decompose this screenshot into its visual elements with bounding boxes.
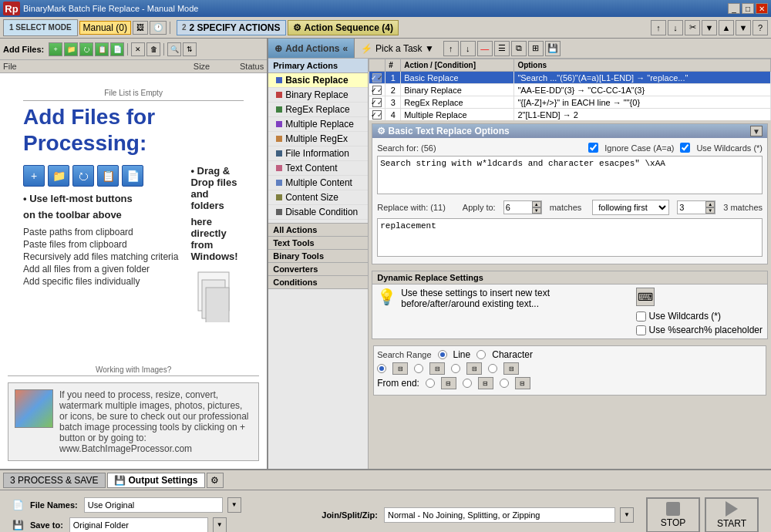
range-radio-1[interactable] <box>377 364 386 373</box>
matches-down-button[interactable]: ▼ <box>705 207 715 214</box>
dyn-wildcards-checkbox[interactable] <box>636 311 646 322</box>
seq-down-button[interactable]: ↓ <box>460 41 476 56</box>
from-end-radio-1[interactable] <box>426 379 435 388</box>
matches-spinbox-buttons[interactable]: ▲ ▼ <box>705 201 715 214</box>
quick-recursive-button[interactable]: ⭮ <box>72 165 94 187</box>
join-split-dropdown[interactable]: ▼ <box>620 507 634 523</box>
minimize-button[interactable]: _ <box>728 3 740 14</box>
close-button[interactable]: ✕ <box>756 3 768 14</box>
use-wildcards-checkbox[interactable] <box>680 143 690 153</box>
save-to-dropdown[interactable]: ▼ <box>213 517 227 533</box>
add-file-button[interactable]: + <box>49 42 62 56</box>
action-sequence-tab[interactable]: ⚙ Action Sequence (4) <box>288 20 399 35</box>
sidebar-item-text-content[interactable]: Text Content <box>268 161 368 176</box>
save-to-input[interactable] <box>69 517 208 533</box>
manual-mode-button[interactable]: Manual (0) <box>79 21 131 35</box>
converters-group[interactable]: Converters <box>268 263 368 276</box>
apply-spinbox[interactable]: ▲ ▼ <box>503 200 542 214</box>
settings-button[interactable]: ⚙ <box>207 473 224 488</box>
keyboard-icon-btn[interactable]: ⌨ <box>636 288 763 306</box>
sidebar-item-file-info[interactable]: File Information <box>268 146 368 161</box>
icon-mode-button[interactable]: 🖼 <box>133 21 148 35</box>
sidebar-item-basic-replace[interactable]: Basic Replace <box>268 73 368 88</box>
paste-path-button[interactable]: 📄 <box>110 42 124 56</box>
file-names-dropdown[interactable]: ▼ <box>227 497 241 513</box>
pick-task-area[interactable]: ⚡ Pick a Task ▼ <box>355 39 440 58</box>
add-folder-button[interactable]: 📁 <box>64 42 78 56</box>
move-up-button[interactable]: ▲ <box>719 20 734 35</box>
checkbox-4[interactable]: ✓ <box>372 110 382 120</box>
specify-actions-tab[interactable]: 2 2 SPECIFY ACTIONS <box>177 20 286 35</box>
nav-up-button[interactable]: ↑ <box>651 20 666 35</box>
more-button[interactable]: ▼ <box>702 20 717 35</box>
checkbox-2[interactable]: ✓ <box>372 86 382 95</box>
dyn-search-checkbox[interactable] <box>636 325 646 335</box>
sort-button[interactable]: ⇅ <box>183 42 197 56</box>
row-check-3[interactable]: ✓ <box>369 96 386 109</box>
process-save-tab[interactable]: 3 PROCESS & SAVE <box>3 473 106 488</box>
cut-button[interactable]: ✂ <box>685 20 700 35</box>
row-check-2[interactable]: ✓ <box>369 84 386 96</box>
maximize-button[interactable]: □ <box>742 3 754 14</box>
quick-add-file-button[interactable]: + <box>23 165 45 187</box>
checkbox-3[interactable]: ✓ <box>372 98 382 107</box>
spinbox-up-button[interactable]: ▲ <box>532 201 541 207</box>
add-actions-tab[interactable]: ⊕ Add Actions « <box>268 39 355 58</box>
apply-spinbox-input[interactable] <box>504 202 532 213</box>
sidebar-item-multiple-regex[interactable]: Multiple RegEx <box>268 132 368 146</box>
quick-paste-button[interactable]: 📋 <box>97 165 119 187</box>
sidebar-item-multiple-replace[interactable]: Multiple Replace <box>268 117 368 132</box>
binary-tools-group[interactable]: Binary Tools <box>268 250 368 263</box>
table-row[interactable]: ✓ 3 RegEx Replace "{[A-Z]+/>}" in EACH l… <box>369 96 771 109</box>
character-radio[interactable] <box>476 350 486 359</box>
row-check-4[interactable]: ✓ <box>369 109 386 121</box>
from-end-radio-2[interactable] <box>463 379 472 388</box>
table-row[interactable]: ✓ 1 Basic Replace "Search ..."(56)"(A=a)… <box>369 72 771 84</box>
seq-list-button[interactable]: ☰ <box>494 41 510 56</box>
text-tools-group[interactable]: Text Tools <box>268 237 368 250</box>
seq-expand-button[interactable]: ⊞ <box>528 41 544 56</box>
range-radio-3[interactable] <box>451 364 460 373</box>
spinbox-down-button[interactable]: ▼ <box>532 207 541 214</box>
filter-button[interactable]: 🔍 <box>167 42 181 56</box>
add-recursive-button[interactable]: ⭮ <box>79 42 93 56</box>
line-radio[interactable] <box>438 350 447 359</box>
search-textarea[interactable]: Search string with w*ldcards and charact… <box>377 156 763 194</box>
clock-button[interactable]: 🕐 <box>150 21 167 35</box>
sidebar-item-regex-replace[interactable]: RegEx Replace <box>268 103 368 117</box>
seq-save-button[interactable]: 💾 <box>545 41 561 56</box>
table-row[interactable]: ✓ 4 Multiple Replace 2"[L1-END] → 2 <box>369 109 771 121</box>
range-radio-4[interactable] <box>488 364 497 373</box>
following-first-select[interactable]: following first <box>592 200 669 215</box>
clear-button[interactable]: 🗑 <box>146 42 160 56</box>
stop-button[interactable]: STOP <box>646 497 700 533</box>
file-names-input[interactable] <box>84 497 223 513</box>
seq-copy-button[interactable]: ⧉ <box>511 41 527 56</box>
from-end-radio-3[interactable] <box>500 379 509 388</box>
paste-button[interactable]: 📋 <box>95 42 109 56</box>
nav-down-button[interactable]: ↓ <box>668 20 683 35</box>
sidebar-item-content-size[interactable]: Content Size <box>268 190 368 205</box>
all-actions-group[interactable]: All Actions <box>268 224 368 237</box>
range-radio-2[interactable] <box>414 364 423 373</box>
join-split-input[interactable] <box>384 507 615 523</box>
options-collapse-button[interactable]: ▼ <box>750 126 763 136</box>
start-button[interactable]: START <box>705 497 759 533</box>
window-controls[interactable]: _ □ ✕ <box>728 3 768 14</box>
spinbox-buttons[interactable]: ▲ ▼ <box>532 201 541 214</box>
ignore-case-checkbox[interactable] <box>588 143 598 153</box>
replace-textarea[interactable]: replacement <box>377 218 763 257</box>
matches-input[interactable] <box>678 202 705 213</box>
move-down-button[interactable]: ▼ <box>736 20 751 35</box>
sidebar-item-multiple-content[interactable]: Multiple Content <box>268 176 368 190</box>
matches-spinbox[interactable]: ▲ ▼ <box>677 200 715 214</box>
seq-up-button[interactable]: ↑ <box>443 41 459 56</box>
table-row[interactable]: ✓ 2 Binary Replace "AA-EE-DD"(3} → "CC-C… <box>369 84 771 96</box>
quick-add-folder-button[interactable]: 📁 <box>48 165 69 187</box>
row-check-1[interactable]: ✓ <box>369 72 386 84</box>
sidebar-item-binary-replace[interactable]: Binary Replace <box>268 88 368 103</box>
seq-delete-button[interactable]: — <box>477 41 493 56</box>
quick-paths-button[interactable]: 📄 <box>122 165 143 187</box>
help-button[interactable]: ? <box>752 20 768 35</box>
conditions-group[interactable]: Conditions <box>268 276 368 289</box>
